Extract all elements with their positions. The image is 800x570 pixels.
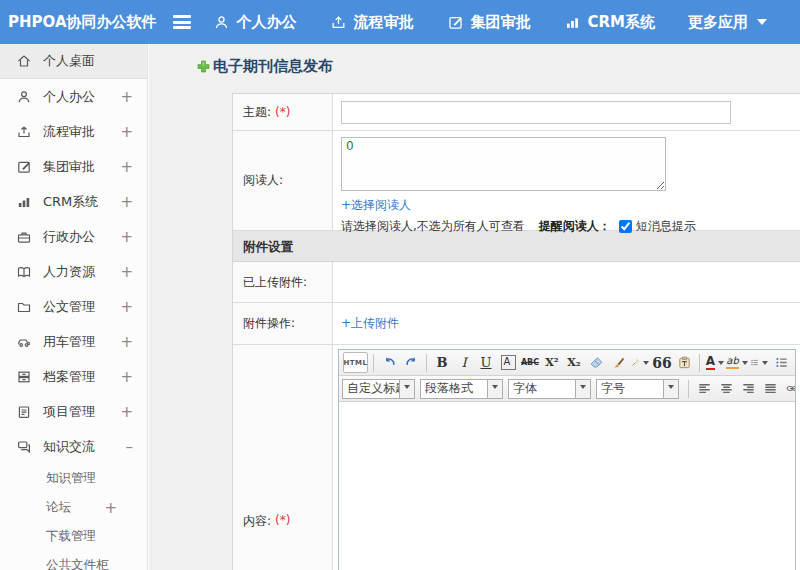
- font-style-box-button[interactable]: A: [501, 355, 516, 370]
- autoformat-button[interactable]: [630, 352, 650, 373]
- font-family-select[interactable]: 字体: [508, 379, 591, 399]
- uploaded-attachments-label: 已上传附件:: [233, 262, 333, 302]
- sidebar-subitem-public-file-cabinet[interactable]: 公共文件柜: [0, 551, 147, 570]
- sidebar-subitem-download-management[interactable]: 下载管理: [0, 522, 147, 551]
- process-icon: [330, 14, 347, 31]
- link-icon: [785, 381, 796, 396]
- editor-toolbar-row-2: 自定义标题 段落格式 字体: [339, 376, 795, 402]
- caret-down-icon: [399, 380, 414, 398]
- highlight-color-button[interactable]: ab: [727, 352, 747, 373]
- expand-toggle[interactable]: +: [120, 403, 133, 421]
- sidebar-item-human-resources[interactable]: 人力资源 +: [0, 254, 147, 289]
- paragraph-format-select[interactable]: 段落格式: [420, 379, 503, 399]
- expand-toggle[interactable]: +: [120, 298, 133, 316]
- sidebar-item-process-approval[interactable]: 流程审批 +: [0, 114, 147, 149]
- sidebar-item-vehicle-management[interactable]: 用车管理 +: [0, 324, 147, 359]
- expand-toggle[interactable]: +: [120, 88, 133, 106]
- attachment-section-header: 附件设置: [233, 231, 800, 262]
- align-center-icon: [719, 381, 734, 396]
- sidebar-item-personal-office[interactable]: 个人办公 +: [0, 79, 147, 114]
- paste-text-button[interactable]: [674, 352, 694, 373]
- nav-more-apps[interactable]: 更多应用: [688, 13, 767, 32]
- format-brush-button[interactable]: [608, 352, 628, 373]
- editor-content-area[interactable]: [339, 402, 795, 570]
- sidebar-subitem-forum[interactable]: 论坛 +: [0, 493, 147, 522]
- sidebar-item-label: 下载管理: [46, 528, 117, 545]
- nav-personal-office[interactable]: 个人办公: [213, 13, 297, 32]
- home-icon: [16, 53, 32, 69]
- sidebar-item-label: 知识管理: [46, 470, 117, 487]
- user-icon: [213, 14, 230, 31]
- crm-chart-icon: [16, 194, 32, 210]
- sms-checkbox[interactable]: [619, 220, 632, 233]
- custom-heading-select[interactable]: 自定义标题: [342, 379, 415, 399]
- readers-textarea[interactable]: 0: [341, 137, 666, 191]
- remind-readers-label: 提醒阅读人：: [539, 218, 611, 235]
- expand-toggle[interactable]: +: [120, 368, 133, 386]
- top-header: PHPOA协同办公软件 个人办公 流程审批 集团审批 CRM系统 更多应用: [0, 0, 800, 44]
- insert-link-button[interactable]: [782, 378, 795, 399]
- strikethrough-button[interactable]: ABC: [520, 352, 540, 373]
- collapse-toggle[interactable]: –: [126, 438, 134, 456]
- undo-button[interactable]: [379, 352, 399, 373]
- expand-toggle[interactable]: +: [104, 499, 117, 517]
- blockquote-button[interactable]: 66: [652, 352, 672, 373]
- superscript-button[interactable]: X²: [542, 352, 562, 373]
- align-center-button[interactable]: [716, 378, 736, 399]
- select-readers-link[interactable]: +选择阅读人: [341, 198, 411, 212]
- html-source-button[interactable]: HTML: [343, 352, 368, 373]
- expand-toggle[interactable]: +: [120, 193, 133, 211]
- sidebar: 个人桌面 个人办公 + 流程审批 + 集团审批 + CRM系统 + 行政办公 +: [0, 44, 148, 570]
- nav-process-approval[interactable]: 流程审批: [330, 13, 414, 32]
- uploaded-attachments-row: 已上传附件:: [233, 262, 800, 303]
- remove-format-button[interactable]: [586, 352, 606, 373]
- caret-down-icon: [757, 19, 767, 30]
- sidebar-item-label: 项目管理: [43, 403, 120, 421]
- ordered-list-button[interactable]: [749, 352, 769, 373]
- expand-toggle[interactable]: +: [120, 228, 133, 246]
- menu-toggle-icon[interactable]: [173, 15, 191, 29]
- align-left-icon: [697, 381, 712, 396]
- page-title: 电子期刊信息发布: [196, 57, 333, 76]
- approval-edit-icon: [16, 159, 32, 175]
- align-left-button[interactable]: [694, 378, 714, 399]
- expand-toggle[interactable]: +: [120, 123, 133, 141]
- sidebar-item-project-management[interactable]: 项目管理 +: [0, 394, 147, 429]
- font-size-select[interactable]: 字号: [596, 379, 679, 399]
- knowledge-chat-icon: [16, 439, 32, 455]
- redo-button[interactable]: [401, 352, 421, 373]
- sidebar-item-archive-management[interactable]: 档案管理 +: [0, 359, 147, 394]
- sidebar-item-personal-desktop[interactable]: 个人桌面: [0, 44, 147, 79]
- underline-button[interactable]: U: [476, 352, 496, 373]
- align-right-button[interactable]: [738, 378, 758, 399]
- sidebar-item-label: 流程审批: [43, 123, 120, 141]
- document-folder-icon: [16, 299, 32, 315]
- unordered-list-button[interactable]: [771, 352, 791, 373]
- upload-attachment-link[interactable]: +上传附件: [341, 315, 399, 332]
- sidebar-item-document-management[interactable]: 公文管理 +: [0, 289, 147, 324]
- sidebar-item-admin-office[interactable]: 行政办公 +: [0, 219, 147, 254]
- undo-icon: [382, 355, 397, 370]
- nav-crm-system[interactable]: CRM系统: [564, 13, 656, 32]
- font-color-button[interactable]: A: [705, 352, 725, 373]
- subject-input[interactable]: [341, 101, 731, 124]
- caret-down-icon: [487, 380, 502, 398]
- sidebar-item-group-approval[interactable]: 集团审批 +: [0, 149, 147, 184]
- sidebar-subitem-knowledge-management[interactable]: 知识管理: [0, 464, 147, 493]
- sidebar-item-knowledge-exchange[interactable]: 知识交流 –: [0, 429, 147, 464]
- app-window: PHPOA协同办公软件 个人办公 流程审批 集团审批 CRM系统 更多应用: [0, 0, 800, 570]
- align-justify-button[interactable]: [760, 378, 780, 399]
- subscript-button[interactable]: X₂: [564, 352, 584, 373]
- attachment-operation-row: 附件操作: +上传附件: [233, 303, 800, 345]
- archive-box-icon: [16, 369, 32, 385]
- subject-label: 主题: (*): [233, 94, 333, 130]
- expand-toggle[interactable]: +: [120, 158, 133, 176]
- editor-toolbar-row-1: HTML B I U A ABC X² X₂: [339, 350, 795, 376]
- bold-button[interactable]: B: [432, 352, 452, 373]
- expand-toggle[interactable]: +: [120, 333, 133, 351]
- expand-toggle[interactable]: +: [120, 263, 133, 281]
- italic-button[interactable]: I: [454, 352, 474, 373]
- nav-group-approval[interactable]: 集团审批: [447, 13, 531, 32]
- sidebar-item-label: 行政办公: [43, 228, 120, 246]
- sidebar-item-crm-system[interactable]: CRM系统 +: [0, 184, 147, 219]
